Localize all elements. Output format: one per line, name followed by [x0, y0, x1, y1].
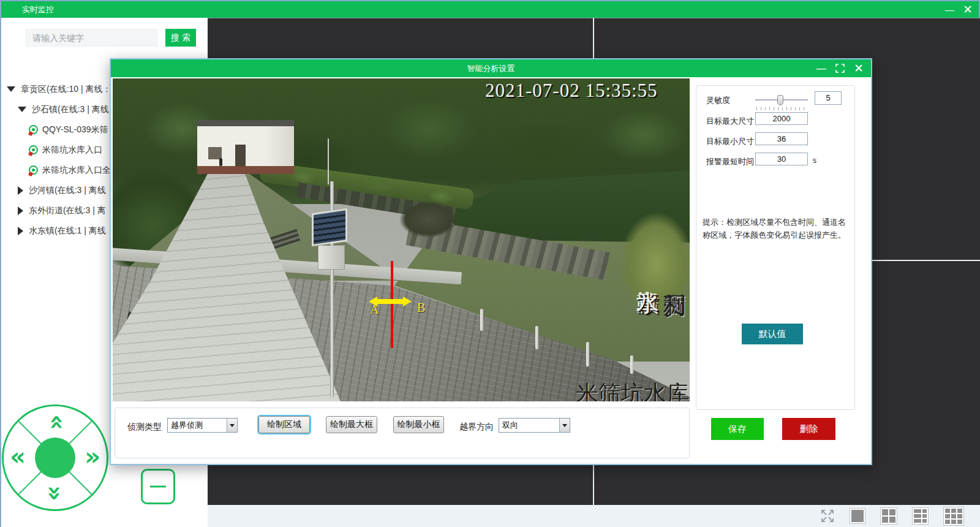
- camera-icon: [29, 145, 38, 154]
- osd-watermark-bottom: 米筛坑水库: [576, 379, 689, 401]
- layout-9-icon[interactable]: [943, 507, 964, 526]
- tree-node-label: 沙河镇(在线:3 | 离线: [29, 185, 106, 196]
- alarm-time-input[interactable]: [755, 153, 808, 165]
- watermark-char: 利: [663, 294, 686, 317]
- search-row: 搜 索: [26, 29, 196, 47]
- scene-antenna: [328, 138, 329, 184]
- direction-label: 越界方向: [459, 422, 494, 433]
- tree-node-label: 章贡区(在线:10 | 离线：: [21, 84, 111, 95]
- delete-button[interactable]: 删除: [782, 418, 835, 440]
- layout-toolbar: [208, 505, 980, 527]
- dialog-title: 智能分析设置: [467, 63, 515, 74]
- dropdown-arrow-icon[interactable]: [227, 419, 237, 432]
- analysis-settings-dialog: 智能分析设置 — ✕: [110, 58, 872, 465]
- collapse-arrow-icon[interactable]: [18, 186, 23, 195]
- main-window: 实时监控 — ✕: [0, 0, 980, 527]
- scene-wall-band: [197, 166, 294, 174]
- window-title: 实时监控: [22, 4, 54, 15]
- scene-building: [197, 120, 294, 174]
- collapse-arrow-icon[interactable]: [18, 207, 23, 215]
- window-minimize-icon[interactable]: —: [945, 4, 954, 15]
- tree-node-label: 水东镇(在线:1 | 离线: [29, 226, 106, 237]
- scene-device-box: [318, 245, 345, 270]
- video-feed: 2021-07-02 15:35:55 江 赣 章 水 西 州 贡 利 米筛坑水…: [113, 78, 690, 401]
- alarm-time-row: 报警最短时间 s: [696, 154, 854, 168]
- search-button[interactable]: 搜 索: [165, 29, 196, 47]
- max-size-input[interactable]: [755, 112, 808, 125]
- tree-node-label: 米筛坑水库入口全: [42, 165, 111, 176]
- sensitivity-value[interactable]: 5: [815, 91, 842, 105]
- dialog-titlebar: 智能分析设置 — ✕: [111, 59, 871, 77]
- scene-rocks: [399, 201, 458, 238]
- settings-panel: 灵敏度 5 目标最大尺寸 目标最小尺寸 报警最短时间 s: [696, 85, 855, 410]
- min-size-label: 目标最小尺寸: [706, 136, 754, 147]
- detection-label-a: A: [370, 303, 379, 317]
- camera-icon: [29, 125, 38, 134]
- fullscreen-icon[interactable]: [820, 509, 835, 523]
- slider-thumb[interactable]: [777, 95, 783, 105]
- scene-marker-post: [586, 342, 589, 366]
- main-titlebar: 实时监控 — ✕: [1, 1, 979, 18]
- ptz-up-icon[interactable]: »: [43, 414, 67, 430]
- sensitivity-row: 灵敏度 5: [696, 93, 854, 107]
- settings-hint-text: 提示：检测区域尽量不包含时间、通道名称区域，字体颜色变化易引起误报产生。: [703, 216, 850, 241]
- scene-marker-post: [480, 309, 483, 331]
- sensitivity-slider[interactable]: [755, 95, 808, 105]
- direction-select[interactable]: 双向: [499, 418, 570, 433]
- zoom-out-button[interactable]: [141, 469, 175, 504]
- ptz-joystick[interactable]: » » « »: [2, 404, 108, 511]
- search-input[interactable]: [26, 29, 157, 47]
- layout-1-icon[interactable]: [850, 508, 865, 524]
- osd-timestamp: 2021-07-02 15:35:55: [485, 80, 687, 102]
- min-size-input[interactable]: [755, 132, 808, 145]
- detect-type-select[interactable]: 越界侦测: [167, 418, 238, 433]
- ptz-center-button[interactable]: [35, 438, 75, 478]
- dialog-minimize-icon[interactable]: —: [816, 63, 826, 74]
- alarm-time-label: 报警最短时间: [706, 156, 754, 167]
- dropdown-arrow-icon[interactable]: [559, 419, 570, 432]
- detect-type-value: 越界侦测: [168, 420, 227, 431]
- dialog-maximize-icon[interactable]: [835, 64, 845, 73]
- detection-controls: 侦测类型 越界侦测 绘制区域 绘制最大框 绘制最小框 越界方向 双向: [115, 408, 690, 458]
- dialog-close-icon[interactable]: ✕: [854, 61, 864, 75]
- expand-arrow-icon[interactable]: [7, 86, 15, 92]
- draw-max-box-button[interactable]: 绘制最大框: [326, 416, 377, 433]
- tree-node-label: 东外街道(在线:3 | 离: [29, 205, 106, 216]
- tree-node-label: 米筛坑水库入口: [42, 145, 102, 156]
- default-values-button[interactable]: 默认值: [742, 324, 803, 344]
- direction-value: 双向: [499, 420, 559, 431]
- camera-icon: [29, 165, 38, 175]
- scene-person: [219, 158, 222, 166]
- scene-marker-post: [535, 326, 538, 349]
- ptz-down-icon[interactable]: »: [43, 485, 67, 501]
- max-size-label: 目标最大尺寸: [706, 116, 754, 127]
- scene-window: [208, 147, 222, 159]
- draw-region-button[interactable]: 绘制区域: [258, 416, 310, 433]
- layout-4-icon[interactable]: [880, 507, 897, 525]
- collapse-arrow-icon[interactable]: [18, 227, 23, 235]
- ptz-left-icon[interactable]: «: [10, 444, 26, 469]
- sensitivity-label: 灵敏度: [706, 95, 730, 106]
- tree-node-label: 沙石镇(在线:3 | 离线: [32, 104, 109, 115]
- detection-label-b: B: [417, 301, 425, 315]
- scene-solar-panel: [312, 208, 347, 246]
- window-close-icon[interactable]: ✕: [963, 2, 973, 17]
- tree-node-label: QQY-SL-039米筛: [42, 124, 108, 135]
- max-size-row: 目标最大尺寸: [696, 114, 854, 127]
- detect-type-label: 侦测类型: [127, 422, 162, 433]
- draw-min-box-button[interactable]: 绘制最小框: [393, 416, 444, 433]
- ptz-right-icon[interactable]: »: [85, 444, 100, 469]
- slider-ticks: [756, 107, 808, 110]
- min-size-row: 目标最小尺寸: [696, 134, 854, 148]
- expand-arrow-icon[interactable]: [18, 107, 26, 112]
- scene-marker-post: [630, 355, 633, 374]
- layout-6-icon[interactable]: [912, 507, 929, 525]
- save-button[interactable]: 保存: [711, 418, 764, 440]
- watermark-char: 水: [636, 292, 659, 314]
- alarm-time-unit: s: [813, 156, 816, 165]
